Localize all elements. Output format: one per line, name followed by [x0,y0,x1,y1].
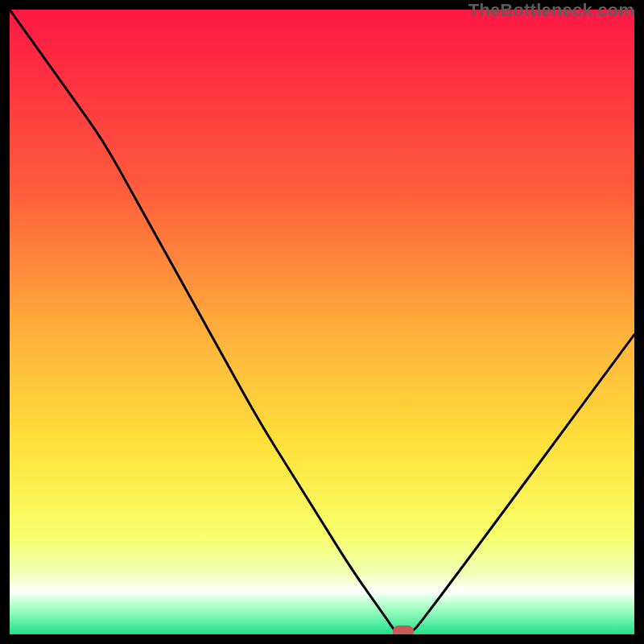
optimum-marker [393,625,414,634]
bottleneck-chart [10,10,634,634]
gradient-background [10,10,634,634]
chart-frame [10,10,634,634]
attribution-watermark: TheBottleneck.com [469,0,634,21]
